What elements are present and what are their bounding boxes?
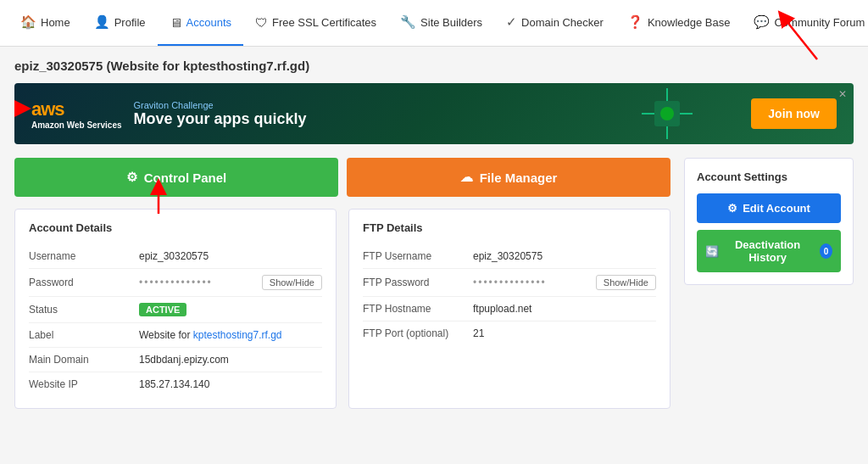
ftp-password-label: FTP Password: [363, 277, 465, 288]
username-label: Username: [29, 250, 131, 262]
password-label: Password: [29, 277, 131, 288]
website-ip-value: 185.27.134.140: [139, 378, 209, 390]
account-domain-row: Main Domain 15dbdanj.epizy.com: [29, 348, 322, 372]
sidebar-item-domain-checker[interactable]: ✓ Domain Checker: [494, 0, 615, 46]
ftp-details-card: FTP Details FTP Username epiz_30320575 F…: [348, 209, 670, 409]
knowledge-base-icon: ❓: [627, 14, 643, 30]
ftp-port-value: 21: [473, 327, 484, 339]
password-value: ••••••••••••••: [139, 277, 213, 288]
aws-logo: awsAmazon Web Services: [31, 98, 122, 130]
ftp-port-row: FTP Port (optional) 21: [363, 321, 656, 345]
domain-checker-icon: ✓: [506, 14, 517, 30]
account-password-row: Password •••••••••••••• Show/Hide: [29, 269, 322, 297]
ad-subtitle: Graviton Challenge: [134, 100, 307, 110]
deactivation-icon: 🔄: [705, 245, 719, 258]
details-grid: Account Details Username epiz_30320575 P…: [14, 209, 670, 409]
label-link[interactable]: kptesthosting7.rf.gd: [193, 329, 282, 341]
sidebar-item-community-forum[interactable]: 💬 Community Forum: [742, 0, 868, 46]
file-manager-button[interactable]: ☁ File Manager: [347, 158, 670, 197]
account-settings-title: Account Settings: [697, 171, 841, 183]
community-forum-icon: 💬: [754, 14, 770, 30]
nav-knowledge-label: Knowledge Base: [648, 16, 731, 29]
right-sidebar: Account Settings ⚙ Edit Account 🔄 Deacti…: [684, 158, 854, 285]
nav-ssl-label: Free SSL Certificates: [272, 16, 376, 29]
sidebar-item-knowledge-base[interactable]: ❓ Knowledge Base: [615, 0, 743, 46]
accounts-icon: 🖥: [170, 15, 182, 30]
account-status-row: Status ACTIVE: [29, 297, 322, 323]
main-domain-label: Main Domain: [29, 354, 131, 366]
ad-text: Graviton Challenge Move your apps quickl…: [134, 100, 307, 128]
home-icon: 🏠: [20, 14, 36, 30]
ftp-username-row: FTP Username epiz_30320575: [363, 244, 656, 269]
ftp-hostname-value: ftpupload.net: [473, 303, 531, 315]
ftp-hostname-label: FTP Hostname: [363, 303, 465, 315]
ad-left: awsAmazon Web Services Graviton Challeng…: [31, 98, 307, 130]
ad-close-button[interactable]: ✕: [838, 88, 847, 100]
deactivation-count-badge: 0: [820, 243, 832, 259]
nav-accounts-label: Accounts: [186, 16, 231, 29]
website-ip-label: Website IP: [29, 378, 131, 390]
account-label-row: Label Website for kptesthosting7.rf.gd: [29, 323, 322, 348]
ftp-password-row: FTP Password •••••••••••••• Show/Hide: [363, 269, 656, 297]
status-label: Status: [29, 304, 131, 316]
ad-join-button[interactable]: Join now: [751, 98, 837, 129]
main-layout: ⚙ Control Panel ☁ File Manager: [14, 158, 854, 409]
label-value: Website for kptesthosting7.rf.gd: [139, 329, 282, 341]
ftp-username-value: epiz_30320575: [473, 250, 542, 262]
deactivation-label: Deactivation History: [724, 238, 811, 264]
ftp-details-title: FTP Details: [363, 221, 656, 234]
file-manager-icon: ☁: [460, 170, 473, 185]
page-container: epiz_30320575 (Website for kptesthosting…: [6, 47, 862, 421]
ftp-password-show-hide-button[interactable]: Show/Hide: [596, 275, 656, 290]
edit-account-button[interactable]: ⚙ Edit Account: [697, 193, 841, 223]
svg-point-6: [660, 107, 674, 120]
sidebar-item-profile[interactable]: 👤 Profile: [82, 0, 158, 46]
sidebar-item-site-builders[interactable]: 🔧 Site Builders: [388, 0, 494, 46]
ad-main-text: Move your apps quickly: [134, 110, 307, 128]
ssl-icon: 🛡: [255, 15, 268, 30]
password-show-hide-button[interactable]: Show/Hide: [262, 275, 322, 290]
site-builders-icon: 🔧: [400, 14, 416, 30]
ad-circuit: [633, 83, 701, 144]
sidebar-item-ssl[interactable]: 🛡 Free SSL Certificates: [243, 0, 388, 46]
main-domain-value: 15dbdanj.epizy.com: [139, 354, 229, 366]
ftp-username-label: FTP Username: [363, 250, 465, 262]
status-badge: ACTIVE: [139, 303, 186, 316]
account-username-row: Username epiz_30320575: [29, 244, 322, 269]
account-details-title: Account Details: [29, 221, 322, 234]
ad-banner: awsAmazon Web Services Graviton Challeng…: [14, 83, 854, 144]
nav-sitebuilders-label: Site Builders: [420, 16, 482, 29]
edit-account-icon: ⚙: [727, 202, 737, 215]
sidebar-item-accounts[interactable]: 🖥 Accounts: [158, 0, 243, 46]
nav-forum-label: Community Forum: [774, 16, 865, 29]
nav-profile-label: Profile: [114, 16, 146, 29]
nav-home-label: Home: [41, 16, 70, 29]
action-buttons: ⚙ Control Panel ☁ File Manager: [14, 158, 670, 197]
control-panel-label: Control Panel: [144, 171, 227, 185]
ftp-hostname-row: FTP Hostname ftpupload.net: [363, 297, 656, 321]
navbar: 🏠 Home 👤 Profile 🖥 Accounts 🛡 Free SSL C…: [0, 0, 868, 47]
nav-domain-label: Domain Checker: [521, 16, 604, 29]
deactivation-history-button[interactable]: 🔄 Deactivation History 0: [697, 230, 841, 272]
left-column: ⚙ Control Panel ☁ File Manager: [14, 158, 670, 409]
profile-icon: 👤: [94, 14, 110, 30]
username-value: epiz_30320575: [139, 250, 209, 262]
control-panel-button[interactable]: ⚙ Control Panel: [14, 158, 338, 197]
edit-account-label: Edit Account: [743, 202, 810, 215]
ftp-password-value: ••••••••••••••: [473, 277, 547, 288]
account-details-card: Account Details Username epiz_30320575 P…: [14, 209, 337, 409]
sidebar-item-home[interactable]: 🏠 Home: [8, 0, 82, 46]
account-settings-card: Account Settings ⚙ Edit Account 🔄 Deacti…: [684, 158, 854, 285]
file-manager-label: File Manager: [480, 171, 558, 185]
account-ip-row: Website IP 185.27.134.140: [29, 372, 322, 396]
page-title: epiz_30320575 (Website for kptesthosting…: [14, 59, 854, 73]
label-label: Label: [29, 329, 131, 341]
ftp-port-label: FTP Port (optional): [363, 327, 465, 339]
control-panel-icon: ⚙: [126, 170, 137, 185]
